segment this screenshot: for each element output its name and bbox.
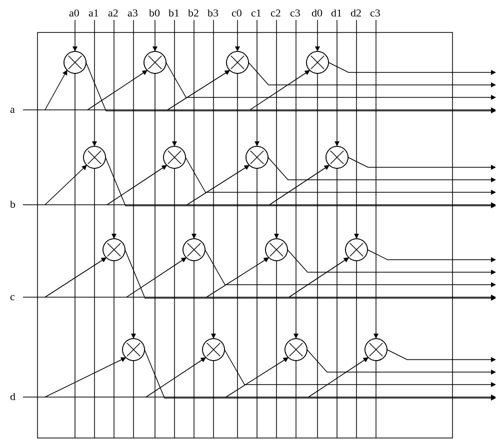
svg-line-82 (45, 358, 126, 398)
col-label-c3: c3 (370, 6, 380, 19)
col-label-a2: a2 (108, 6, 118, 19)
svg-line-42 (187, 166, 249, 205)
col-label-c2: c2 (270, 6, 281, 19)
col-label-c0: c0 (232, 6, 242, 19)
svg-line-10 (88, 71, 147, 110)
col-label-b1: b1 (168, 6, 180, 19)
row-label-c: c (10, 290, 15, 303)
svg-line-16 (168, 71, 230, 110)
svg-line-30 (45, 166, 86, 205)
col-label-c3: c3 (290, 6, 300, 19)
svg-line-62 (126, 258, 186, 298)
col-label-a3: a3 (128, 6, 138, 19)
col-label-a1: a1 (88, 6, 99, 19)
col-label-b2: b2 (188, 6, 199, 19)
col-label-d2: d2 (350, 6, 362, 19)
col-label-d1: d1 (331, 6, 342, 19)
lattice-diagram: a0a1a2a3b0b1b2b3c0c1c2c3d0d1d2c3abcd (0, 0, 500, 448)
svg-line-74 (289, 258, 348, 298)
col-label-b0: b0 (149, 6, 160, 19)
svg-line-48 (270, 166, 329, 205)
col-label-b3: b3 (208, 6, 218, 19)
svg-line-36 (107, 166, 166, 205)
row-label-a: a (10, 103, 15, 115)
row-label-b: b (10, 198, 16, 210)
svg-line-22 (250, 71, 310, 110)
svg-line-4 (45, 71, 67, 110)
col-label-a0: a0 (69, 6, 80, 19)
col-label-d0: d0 (312, 6, 322, 19)
svg-rect-0 (38, 32, 452, 438)
row-label-d: d (10, 390, 16, 403)
col-label-c1: c1 (251, 6, 262, 19)
